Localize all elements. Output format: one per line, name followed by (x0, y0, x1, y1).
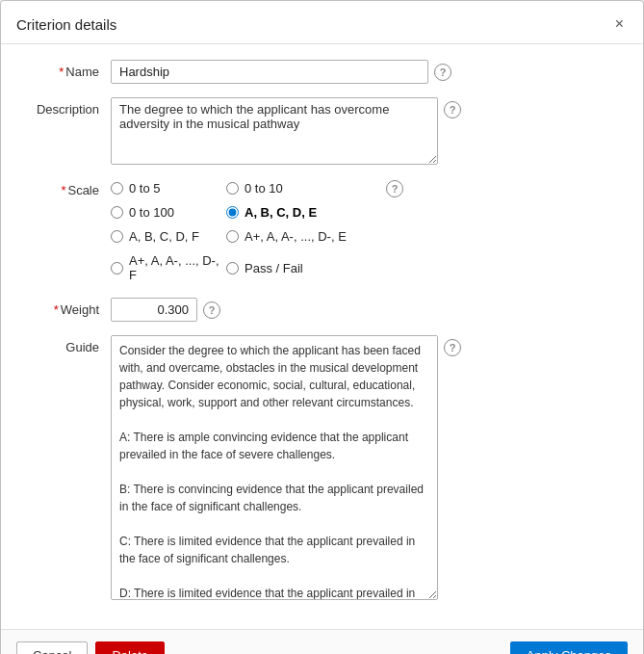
cancel-button[interactable]: Cancel (16, 641, 88, 654)
scale-row: *Scale 0 to 5 0 to 10 ? (24, 178, 620, 284)
required-star: * (59, 65, 64, 79)
scale-option-0-to-5[interactable]: 0 to 5 (111, 179, 226, 197)
guide-help-icon[interactable]: ? (444, 339, 461, 356)
scale-option-aplus-df[interactable]: A+, A, A-, ..., D-, F (111, 251, 226, 284)
scale-grid: 0 to 5 0 to 10 ? 0 to 100 (111, 178, 620, 284)
scale-option-aplus-de[interactable]: A+, A, A-, ..., D-, E (226, 227, 380, 246)
required-star-scale: * (61, 183, 65, 197)
dialog-body: *Name ? Description The degree to which … (1, 44, 643, 629)
weight-help-icon[interactable]: ? (203, 301, 220, 319)
description-help-icon[interactable]: ? (444, 101, 461, 118)
weight-label: *Weight (24, 298, 111, 317)
name-help-icon[interactable]: ? (434, 64, 451, 81)
guide-control: Consider the degree to which the applica… (111, 335, 620, 600)
scale-option-0-to-10[interactable]: 0 to 10 (226, 179, 380, 197)
description-row: Description The degree to which the appl… (24, 97, 620, 165)
close-button[interactable]: × (611, 14, 628, 34)
dialog-header: Criterion details × (1, 1, 643, 44)
weight-input[interactable] (111, 298, 197, 322)
delete-button[interactable]: Delete (95, 641, 165, 654)
description-control: The degree to which the applicant has ov… (111, 97, 620, 165)
criterion-details-dialog: Criterion details × *Name ? Description … (0, 0, 644, 654)
name-control: ? (111, 60, 620, 84)
scale-option-pass-fail[interactable]: Pass / Fail (226, 259, 380, 277)
footer-left-buttons: Cancel Delete (16, 641, 165, 654)
dialog-title: Criterion details (16, 16, 116, 33)
apply-changes-button[interactable]: Apply Changes (510, 641, 628, 654)
name-label: *Name (24, 60, 111, 79)
name-input[interactable] (111, 60, 428, 84)
scale-option-abcdf[interactable]: A, B, C, D, F (111, 227, 226, 246)
description-textarea[interactable]: The degree to which the applicant has ov… (111, 97, 438, 165)
dialog-footer: Cancel Delete Apply Changes (1, 629, 643, 654)
weight-row: *Weight ? (24, 298, 620, 322)
scale-option-0-to-100[interactable]: 0 to 100 (111, 203, 226, 222)
scale-option-abcde[interactable]: A, B, C, D, E (226, 203, 380, 222)
required-star-weight: * (54, 302, 59, 317)
scale-help-icon[interactable]: ? (386, 180, 403, 197)
scale-options: 0 to 5 0 to 10 ? 0 to 100 (111, 178, 620, 284)
scale-control: 0 to 5 0 to 10 ? 0 to 100 (111, 178, 620, 284)
guide-row: Guide Consider the degree to which the a… (24, 335, 620, 600)
description-label: Description (24, 97, 111, 117)
name-row: *Name ? (24, 60, 620, 84)
weight-control: ? (111, 298, 620, 322)
guide-textarea[interactable]: Consider the degree to which the applica… (111, 335, 438, 600)
guide-label: Guide (24, 335, 111, 354)
scale-label: *Scale (24, 178, 111, 197)
